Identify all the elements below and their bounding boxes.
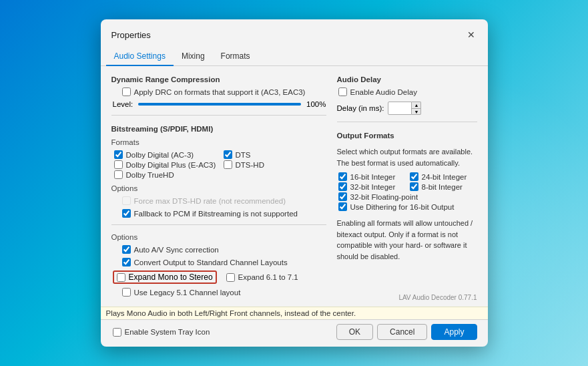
32bit-float-row: 32-bit Floating-point xyxy=(338,192,477,201)
force-max-checkbox[interactable] xyxy=(122,196,131,205)
32bit-row: 32-bit Integer xyxy=(338,182,406,191)
dolby-truehd-checkbox[interactable] xyxy=(114,170,123,179)
32bit-float-label: 32-bit Floating-point xyxy=(350,193,418,201)
expand-row: Expand Mono to Stereo Expand 6.1 to 7.1 xyxy=(113,270,326,284)
dts-checkbox[interactable] xyxy=(224,150,232,159)
dts-hd-label: DTS-HD xyxy=(236,161,264,169)
dialog-title: Properties xyxy=(111,30,151,40)
24bit-row: 24-bit Integer xyxy=(410,172,477,181)
32bit-float-checkbox[interactable] xyxy=(338,192,347,201)
divider-1 xyxy=(111,115,326,116)
expand-mono-highlight: Expand Mono to Stereo xyxy=(113,270,217,284)
use-legacy-row: Use Legacy 5.1 Channel layout xyxy=(122,288,326,297)
dithering-checkbox[interactable] xyxy=(338,202,347,211)
fallback-label: Fallback to PCM if Bitstreaming is not s… xyxy=(134,210,298,218)
apply-button[interactable]: Apply xyxy=(431,324,477,340)
24bit-checkbox[interactable] xyxy=(410,172,418,181)
enabling-text: Enabling all formats will allow untouche… xyxy=(337,218,477,262)
expand-61-row: Expand 6.1 to 7.1 xyxy=(226,273,298,282)
16bit-row: 16-bit Integer xyxy=(338,172,406,181)
spinner-down[interactable]: ▼ xyxy=(412,108,421,115)
formats-grid: Dolby Digital (AC-3) DTS Dolby Digital P… xyxy=(113,150,326,179)
main-content: Dynamic Range Compression Apply DRC on f… xyxy=(101,66,488,307)
enable-audio-delay-label: Enable Audio Delay xyxy=(350,88,417,96)
dithering-label: Use Dithering for 16-bit Output xyxy=(350,203,455,211)
level-slider[interactable] xyxy=(138,103,301,106)
dithering-row: Use Dithering for 16-bit Output xyxy=(338,202,477,211)
32bit-checkbox[interactable] xyxy=(338,182,347,191)
right-panel: Audio Delay Enable Audio Delay Delay (in… xyxy=(337,73,477,301)
divider-3 xyxy=(337,122,477,122)
drc-section-label: Dynamic Range Compression xyxy=(111,75,326,83)
use-legacy-label: Use Legacy 5.1 Channel layout xyxy=(134,289,241,297)
auto-sync-label: Auto A/V Sync correction xyxy=(134,246,219,254)
delay-input[interactable]: 0 xyxy=(388,102,412,115)
ok-button[interactable]: OK xyxy=(336,324,373,340)
expand-61-checkbox[interactable] xyxy=(226,273,235,282)
dolby-digital-checkbox[interactable] xyxy=(114,150,123,159)
level-label: Level: xyxy=(113,100,133,108)
tab-mixing[interactable]: Mixing xyxy=(174,47,213,66)
dolby-truehd-label: Dolby TrueHD xyxy=(126,171,174,179)
tabs-bar: Audio Settings Mixing Formats xyxy=(101,47,488,66)
drc-row: Apply DRC on formats that support it (AC… xyxy=(122,87,326,96)
audio-delay-section-label: Audio Delay xyxy=(337,75,477,83)
tooltip-text: Plays Mono Audio in both Left/Right Fron… xyxy=(106,309,356,317)
level-row: Level: 100% xyxy=(113,100,326,108)
expand-mono-label: Expand Mono to Stereo xyxy=(129,272,213,282)
force-max-label: Force max DTS-HD rate (not recommended) xyxy=(134,197,286,205)
dolby-digital-label: Dolby Digital (AC-3) xyxy=(126,151,194,159)
tab-audio-settings[interactable]: Audio Settings xyxy=(106,47,174,66)
convert-output-row: Convert Output to Standard Channel Layou… xyxy=(122,258,326,266)
bitstreaming-section-label: Bitstreaming (S/PDIF, HDMI) xyxy=(111,125,326,133)
titlebar: Properties ✕ xyxy=(101,19,488,47)
8bit-checkbox[interactable] xyxy=(410,182,418,191)
spinner-buttons: ▲ ▼ xyxy=(412,102,421,115)
use-legacy-checkbox[interactable] xyxy=(122,288,131,297)
close-button[interactable]: ✕ xyxy=(463,26,480,43)
level-percent: 100% xyxy=(306,100,326,108)
auto-sync-row: Auto A/V Sync correction xyxy=(122,245,326,254)
force-max-row: Force max DTS-HD rate (not recommended) xyxy=(122,196,326,205)
divider-2 xyxy=(111,224,326,225)
bottom-bar: Enable System Tray Icon OK Cancel Apply xyxy=(101,319,488,347)
spinner-up[interactable]: ▲ xyxy=(412,102,421,108)
dolby-plus-row: Dolby Digital Plus (E-AC3) xyxy=(114,160,217,169)
version-text: LAV Audio Decoder 0.77.1 xyxy=(337,291,477,301)
delay-label: Delay (in ms): xyxy=(337,104,384,112)
dolby-plus-label: Dolby Digital Plus (E-AC3) xyxy=(126,161,216,169)
expand-mono-checkbox[interactable] xyxy=(117,273,125,282)
dts-hd-row: DTS-HD xyxy=(224,160,326,169)
dolby-truehd-row: Dolby TrueHD xyxy=(114,170,217,179)
enable-audio-delay-checkbox[interactable] xyxy=(338,87,347,96)
expand-61-label: Expand 6.1 to 7.1 xyxy=(238,273,298,281)
drc-checkbox[interactable] xyxy=(122,87,131,96)
auto-sync-checkbox[interactable] xyxy=(122,245,131,254)
32bit-label: 32-bit Integer xyxy=(350,183,396,191)
button-group: OK Cancel Apply xyxy=(336,324,477,340)
dolby-digital-row: Dolby Digital (AC-3) xyxy=(114,150,217,159)
dts-label: DTS xyxy=(236,151,251,159)
16bit-checkbox[interactable] xyxy=(338,172,347,181)
fallback-checkbox[interactable] xyxy=(122,209,131,218)
dolby-plus-checkbox[interactable] xyxy=(114,160,123,169)
enable-audio-delay-row: Enable Audio Delay xyxy=(338,87,477,96)
output-formats-desc: Select which output formats are availabl… xyxy=(337,146,477,168)
dts-row: DTS xyxy=(224,150,326,159)
convert-output-checkbox[interactable] xyxy=(122,258,131,266)
24bit-label: 24-bit Integer xyxy=(422,173,467,181)
enable-tray-row: Enable System Tray Icon xyxy=(113,328,210,337)
enable-tray-checkbox[interactable] xyxy=(113,328,121,337)
enable-tray-label: Enable System Tray Icon xyxy=(125,328,210,336)
options-sub-label-1: Options xyxy=(111,184,326,192)
cancel-button[interactable]: Cancel xyxy=(377,324,427,340)
tab-formats[interactable]: Formats xyxy=(213,47,258,66)
slider-fill xyxy=(138,103,301,106)
delay-row: Delay (in ms): 0 ▲ ▼ xyxy=(337,102,477,115)
output-formats-grid: 16-bit Integer 24-bit Integer 32-bit Int… xyxy=(337,172,477,211)
output-formats-section-label: Output Formats xyxy=(337,132,477,140)
8bit-label: 8-bit Integer xyxy=(422,183,463,191)
convert-output-label: Convert Output to Standard Channel Layou… xyxy=(134,258,288,266)
dts-hd-checkbox[interactable] xyxy=(224,160,232,169)
delay-spinner: 0 ▲ ▼ xyxy=(388,102,421,115)
